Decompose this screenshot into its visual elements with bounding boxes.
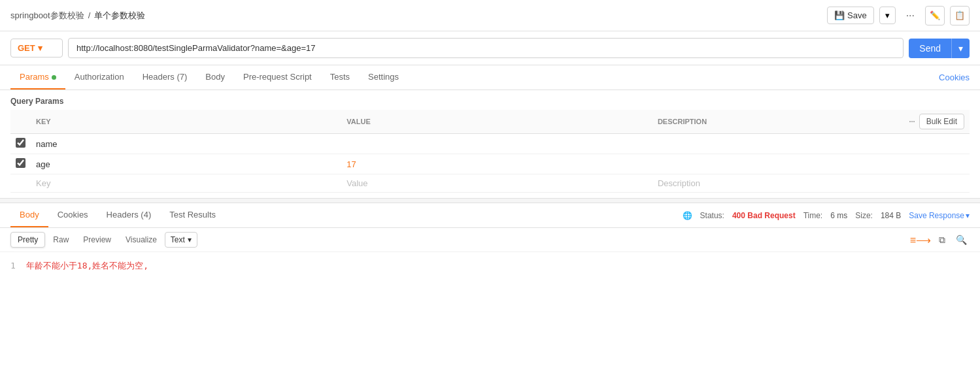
top-bar: springboot参数校验 / 单个参数校验 💾 Save ▾ ··· ✏️ … bbox=[0, 0, 980, 31]
status-badge: 400 Bad Request bbox=[732, 211, 796, 220]
request-tabs-row: Params Authorization Headers (7) Body Pr… bbox=[0, 65, 980, 90]
globe-icon: 🌐 bbox=[683, 211, 692, 220]
bulk-edit-button[interactable]: Bulk Edit bbox=[919, 114, 964, 129]
table-row: name bbox=[10, 134, 970, 154]
col-header-value: VALUE bbox=[341, 110, 652, 134]
ftab-pretty[interactable]: Pretty bbox=[10, 232, 45, 248]
save-dropdown-button[interactable]: ▾ bbox=[879, 7, 896, 24]
time-label: Time: bbox=[803, 211, 823, 220]
table-more-icon[interactable]: ··· bbox=[909, 118, 915, 125]
save-response-dropdown-icon: ▾ bbox=[966, 211, 970, 220]
response-section: Body Cookies Headers (4) Test Results 🌐 … bbox=[0, 203, 980, 280]
note-icon: 📋 bbox=[955, 10, 965, 20]
ftab-visualize[interactable]: Visualize bbox=[119, 232, 163, 248]
params-section: Query Params KEY VALUE DESCRIPTION ··· B… bbox=[0, 90, 980, 193]
tab-pre-request-script[interactable]: Pre-request Script bbox=[234, 65, 321, 90]
method-label: GET bbox=[18, 43, 35, 53]
edit-button[interactable]: ✏️ bbox=[925, 6, 945, 25]
line-number: 1 bbox=[10, 261, 16, 270]
rtab-body[interactable]: Body bbox=[10, 203, 48, 227]
format-bar: Pretty Raw Preview Visualize Text ▾ ≡⟶ ⧉… bbox=[0, 228, 980, 252]
ftab-preview[interactable]: Preview bbox=[76, 232, 118, 248]
format-tabs: Pretty Raw Preview Visualize Text ▾ bbox=[10, 232, 197, 248]
cookies-link[interactable]: Cookies bbox=[939, 73, 970, 82]
params-table: KEY VALUE DESCRIPTION ··· Bulk Edit bbox=[10, 110, 970, 193]
placeholder-key: Key bbox=[36, 178, 50, 188]
table-row-placeholder: Key Value Description bbox=[10, 174, 970, 193]
text-format-select[interactable]: Text ▾ bbox=[165, 232, 197, 248]
params-dot bbox=[52, 75, 56, 80]
ftab-raw[interactable]: Raw bbox=[46, 232, 75, 248]
response-text: 年龄不能小于18,姓名不能为空, bbox=[26, 261, 148, 270]
tab-tests[interactable]: Tests bbox=[321, 65, 359, 90]
response-tabs-row: Body Cookies Headers (4) Test Results 🌐 … bbox=[0, 203, 980, 228]
rtab-cookies[interactable]: Cookies bbox=[48, 203, 97, 227]
text-format-label: Text bbox=[171, 235, 185, 244]
tab-body[interactable]: Body bbox=[196, 65, 234, 90]
save-response-button[interactable]: Save Response ▾ bbox=[909, 211, 970, 220]
table-header-actions: ··· Bulk Edit bbox=[909, 114, 964, 129]
note-button[interactable]: 📋 bbox=[950, 6, 970, 25]
col-header-key: KEY bbox=[31, 110, 341, 134]
response-meta: 🌐 Status: 400 Bad Request Time: 6 ms Siz… bbox=[683, 211, 970, 220]
size-value: 184 B bbox=[881, 211, 901, 220]
method-select[interactable]: GET ▾ bbox=[10, 39, 63, 57]
send-dropdown-icon[interactable]: ▾ bbox=[951, 39, 970, 58]
top-actions: 💾 Save ▾ ··· ✏️ 📋 bbox=[827, 6, 970, 25]
rtab-test-results[interactable]: Test Results bbox=[160, 203, 225, 227]
response-tabs: Body Cookies Headers (4) Test Results bbox=[10, 203, 225, 227]
format-actions: ≡⟶ ⧉ 🔍 bbox=[910, 233, 970, 247]
col-header-description: DESCRIPTION bbox=[652, 110, 904, 134]
send-label: Send bbox=[909, 39, 951, 58]
text-format-dropdown-icon: ▾ bbox=[188, 235, 192, 244]
rtab-headers[interactable]: Headers (4) bbox=[97, 203, 161, 227]
row2-value: 17 bbox=[346, 159, 356, 169]
more-options-button[interactable]: ··· bbox=[901, 7, 920, 24]
query-params-title: Query Params bbox=[10, 90, 970, 110]
row2-key: age bbox=[36, 159, 50, 169]
tab-settings[interactable]: Settings bbox=[359, 65, 408, 90]
breadcrumb: springboot参数校验 / 单个参数校验 bbox=[10, 10, 145, 22]
tab-headers[interactable]: Headers (7) bbox=[133, 65, 197, 90]
row2-checkbox[interactable] bbox=[16, 158, 25, 168]
url-input[interactable] bbox=[68, 38, 904, 58]
tab-params[interactable]: Params bbox=[10, 65, 65, 90]
response-body: 1年龄不能小于18,姓名不能为空, bbox=[0, 252, 980, 280]
search-button[interactable]: 🔍 bbox=[953, 233, 970, 246]
save-button[interactable]: 💾 Save bbox=[827, 7, 874, 24]
table-row: age 17 bbox=[10, 154, 970, 174]
row1-checkbox[interactable] bbox=[16, 138, 25, 148]
save-response-label: Save Response bbox=[909, 211, 964, 220]
method-dropdown-icon: ▾ bbox=[38, 43, 42, 53]
row1-key: name bbox=[36, 139, 58, 149]
save-icon: 💾 bbox=[834, 10, 845, 20]
request-tabs: Params Authorization Headers (7) Body Pr… bbox=[10, 65, 408, 90]
placeholder-description: Description bbox=[658, 178, 700, 188]
copy-button[interactable]: ⧉ bbox=[936, 233, 948, 247]
save-label: Save bbox=[847, 10, 867, 20]
size-label: Size: bbox=[855, 211, 873, 220]
send-button[interactable]: Send ▾ bbox=[909, 39, 970, 58]
placeholder-value: Value bbox=[346, 178, 367, 188]
time-value: 6 ms bbox=[830, 211, 847, 220]
tab-authorization[interactable]: Authorization bbox=[65, 65, 133, 90]
url-bar: GET ▾ Send ▾ bbox=[0, 31, 980, 65]
section-divider bbox=[0, 198, 980, 203]
breadcrumb-current: 单个参数校验 bbox=[94, 10, 145, 22]
status-label: Status: bbox=[700, 211, 724, 220]
wrap-icon[interactable]: ≡⟶ bbox=[910, 234, 931, 246]
breadcrumb-separator: / bbox=[88, 10, 91, 20]
breadcrumb-parent: springboot参数校验 bbox=[10, 10, 84, 22]
edit-icon: ✏️ bbox=[930, 10, 940, 20]
